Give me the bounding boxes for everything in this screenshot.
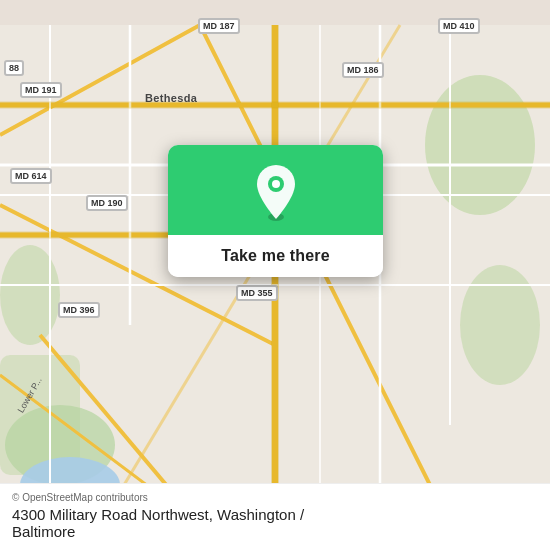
- road-badge-md190: MD 190: [86, 195, 128, 211]
- copyright-text: © OpenStreetMap contributors: [12, 492, 538, 503]
- road-badge-md355: MD 355: [236, 285, 278, 301]
- map-container: MD 187 MD 410 88 MD 191 MD 186 MD 614 MD…: [0, 0, 550, 550]
- place-label-bethesda: Bethesda: [145, 92, 197, 104]
- popup-green-header: [168, 145, 383, 235]
- location-pin-icon: [250, 163, 302, 221]
- address-line2: Baltimore: [12, 523, 75, 540]
- road-badge-md186: MD 186: [342, 62, 384, 78]
- svg-point-30: [272, 180, 280, 188]
- popup-card: Take me there: [168, 145, 383, 277]
- address-line1: 4300 Military Road Northwest, Washington…: [12, 506, 304, 523]
- road-badge-md187: MD 187: [198, 18, 240, 34]
- road-badge-md396: MD 396: [58, 302, 100, 318]
- svg-point-3: [460, 265, 540, 385]
- take-me-there-button[interactable]: Take me there: [168, 235, 383, 277]
- road-badge-88: 88: [4, 60, 24, 76]
- road-badge-md410: MD 410: [438, 18, 480, 34]
- road-badge-md614: MD 614: [10, 168, 52, 184]
- road-badge-md191: MD 191: [20, 82, 62, 98]
- bottom-bar: © OpenStreetMap contributors 4300 Milita…: [0, 483, 550, 550]
- address-text: 4300 Military Road Northwest, Washington…: [12, 506, 538, 540]
